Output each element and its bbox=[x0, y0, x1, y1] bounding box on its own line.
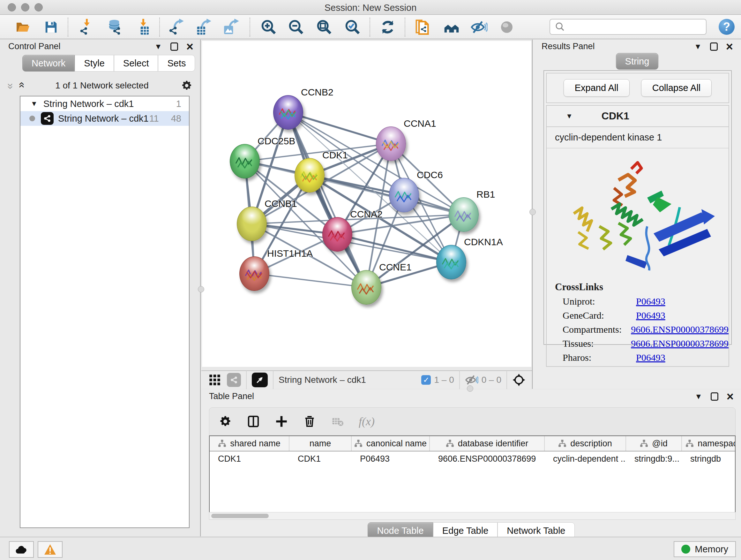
warning-status-button[interactable] bbox=[38, 541, 63, 558]
left-divider-handle[interactable] bbox=[198, 286, 204, 293]
import-network-database-icon[interactable] bbox=[105, 18, 123, 36]
delete-column-trash-icon[interactable] bbox=[302, 415, 317, 428]
scrollbar-thumb[interactable] bbox=[211, 514, 269, 518]
network-node-CCNB2[interactable] bbox=[273, 95, 303, 130]
network-document-icon[interactable] bbox=[414, 18, 431, 36]
table-cell[interactable]: CDK1 bbox=[210, 451, 289, 466]
fit-selected-crosshair-icon[interactable] bbox=[512, 373, 526, 387]
expand-all-button[interactable]: Expand All bbox=[563, 79, 630, 97]
tab-select[interactable]: Select bbox=[114, 55, 158, 71]
column-header-shared-name[interactable]: shared name bbox=[210, 436, 289, 451]
network-overview-icon[interactable] bbox=[227, 373, 241, 387]
network-node-CCNA1[interactable] bbox=[376, 126, 406, 161]
column-header-description[interactable]: description bbox=[545, 436, 626, 451]
network-node-CCNE1[interactable] bbox=[351, 270, 381, 305]
column-header-namespac[interactable]: namespac bbox=[682, 436, 736, 451]
tab-string[interactable]: String bbox=[616, 53, 659, 70]
add-column-icon[interactable] bbox=[274, 415, 288, 428]
export-image-icon[interactable] bbox=[223, 18, 241, 36]
table-cell[interactable]: cyclin-dependent ... bbox=[545, 451, 626, 466]
panel-float-icon[interactable] bbox=[711, 392, 718, 401]
gene-section-header[interactable]: ▼ CDK1 bbox=[547, 106, 729, 127]
table-horizontal-scrollbar[interactable] bbox=[209, 512, 736, 520]
expand-all-networks-icon[interactable]: » bbox=[15, 83, 26, 88]
refresh-icon[interactable] bbox=[379, 18, 397, 36]
collapse-all-button[interactable]: Collapse All bbox=[641, 79, 712, 97]
hidden-items-eye-icon[interactable] bbox=[465, 374, 478, 386]
crosslink-link[interactable]: P06493 bbox=[636, 352, 665, 363]
network-options-gear-icon[interactable] bbox=[181, 80, 192, 91]
panel-float-icon[interactable] bbox=[171, 43, 178, 51]
network-node-CCNB1[interactable] bbox=[237, 206, 267, 241]
save-icon[interactable] bbox=[42, 18, 60, 36]
column-header-database-identifier[interactable]: database identifier bbox=[430, 436, 545, 451]
panel-close-icon[interactable]: × bbox=[186, 43, 193, 51]
export-network-icon[interactable] bbox=[167, 18, 185, 36]
network-collection-row[interactable]: ▼ String Network – cdk1 1 bbox=[20, 97, 189, 111]
birdseye-toggle-icon[interactable] bbox=[252, 373, 268, 387]
network-node-RB1[interactable] bbox=[449, 197, 479, 232]
crosslink-link[interactable]: 9606.ENSP00000378699 bbox=[631, 324, 729, 335]
protein-ribbon-thumbnail bbox=[441, 253, 461, 273]
zoom-selected-icon[interactable] bbox=[344, 18, 361, 36]
search-input[interactable] bbox=[569, 22, 706, 32]
zoom-fit-icon[interactable] bbox=[315, 18, 333, 36]
crosslink-link[interactable]: P06493 bbox=[636, 310, 665, 321]
network-node-HIST1H1A[interactable] bbox=[239, 256, 269, 291]
network-node-label: CDC6 bbox=[417, 170, 443, 180]
network-node-CDKN1A[interactable] bbox=[436, 245, 466, 279]
panel-close-icon[interactable]: × bbox=[727, 392, 734, 401]
table-cell[interactable]: stringdb:9... bbox=[626, 451, 682, 466]
show-eye-icon[interactable] bbox=[498, 18, 516, 36]
tab-sets[interactable]: Sets bbox=[158, 55, 195, 71]
table-settings-gear-icon[interactable] bbox=[218, 415, 232, 428]
table-cell[interactable]: CDK1 bbox=[289, 451, 352, 466]
table-cell[interactable]: P06493 bbox=[352, 451, 430, 466]
tab-network[interactable]: Network bbox=[22, 55, 75, 71]
network-canvas[interactable]: CCNB2CCNA1CDC25BCDK1CDC6RB1CCNB1CCNA2CDK… bbox=[202, 41, 531, 367]
network-node-CDC6[interactable] bbox=[389, 178, 419, 212]
cloud-status-button[interactable] bbox=[9, 541, 34, 558]
panel-collapse-icon[interactable]: ▼ bbox=[695, 392, 702, 401]
table-row[interactable]: CDK1CDK1P064939606.ENSP00000378699cyclin… bbox=[210, 451, 735, 466]
crosslink-link[interactable]: P06493 bbox=[636, 296, 665, 307]
export-table-icon[interactable] bbox=[195, 18, 213, 36]
zoom-out-icon[interactable] bbox=[287, 18, 305, 36]
network-row[interactable]: String Network – cdk1 11 48 bbox=[20, 111, 189, 126]
panel-collapse-icon[interactable]: ▼ bbox=[154, 42, 162, 51]
right-divider-handle[interactable] bbox=[529, 209, 536, 215]
column-header-name[interactable]: name bbox=[289, 436, 352, 451]
zoom-in-icon[interactable] bbox=[260, 18, 278, 36]
hide-eye-icon[interactable] bbox=[470, 18, 488, 36]
network-edge[interactable] bbox=[254, 273, 366, 287]
tree-expander-icon[interactable]: ▼ bbox=[30, 100, 38, 108]
help-icon[interactable]: ? bbox=[719, 19, 735, 35]
bottom-divider-handle[interactable] bbox=[467, 385, 473, 392]
memory-button[interactable]: Memory bbox=[674, 541, 736, 557]
column-header-canonical-name[interactable]: canonical name bbox=[352, 436, 430, 451]
grid-view-icon[interactable] bbox=[208, 374, 221, 386]
gene-expander-icon[interactable]: ▼ bbox=[566, 112, 573, 120]
network-node-CDK1[interactable] bbox=[294, 158, 325, 192]
houses-icon[interactable] bbox=[443, 18, 461, 36]
panel-close-icon[interactable]: × bbox=[726, 43, 733, 51]
table-cell[interactable]: stringdb bbox=[682, 451, 736, 466]
panel-float-icon[interactable] bbox=[710, 43, 718, 51]
crosslink-link[interactable]: 9606.ENSP00000378699 bbox=[631, 338, 729, 349]
open-folder-icon[interactable] bbox=[14, 18, 32, 36]
protein-ribbon-thumbnail bbox=[356, 279, 377, 298]
table-cell[interactable]: 9606.ENSP00000378699 bbox=[430, 451, 545, 466]
network-node-label: CCNA2 bbox=[350, 209, 383, 220]
network-node-CCNA2[interactable] bbox=[322, 217, 352, 252]
import-network-icon[interactable] bbox=[78, 18, 96, 36]
selected-nodes-checkbox[interactable]: ✓ bbox=[421, 375, 431, 385]
tab-style[interactable]: Style bbox=[75, 55, 114, 71]
crosslinks-title: CrossLinks bbox=[555, 281, 729, 293]
network-edge[interactable] bbox=[288, 112, 366, 287]
column-header-@id[interactable]: @id bbox=[626, 436, 682, 451]
network-edge[interactable] bbox=[288, 112, 391, 144]
show-columns-icon[interactable] bbox=[246, 415, 260, 428]
network-node-CDC25B[interactable] bbox=[230, 144, 260, 179]
import-table-icon[interactable] bbox=[134, 18, 152, 36]
panel-collapse-icon[interactable]: ▼ bbox=[694, 42, 702, 51]
